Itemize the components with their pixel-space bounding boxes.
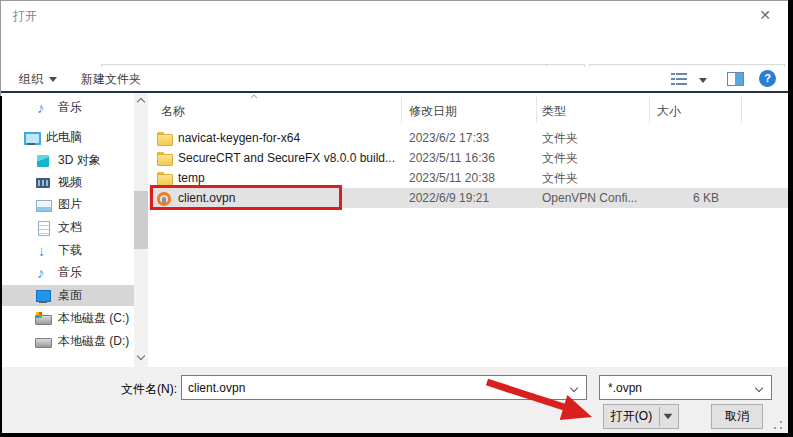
folder-icon <box>156 170 172 186</box>
scroll-down-icon[interactable] <box>137 352 145 360</box>
column-separator[interactable] <box>649 97 650 123</box>
title-bar: 打开 ✕ <box>1 1 788 29</box>
sidebar-item-disk-c[interactable]: 本地磁盘 (C:) <box>1 308 134 329</box>
file-type: 文件夹 <box>536 150 649 167</box>
sidebar-item-music[interactable]: 音乐 <box>1 97 134 118</box>
sidebar-item-label: 音乐 <box>58 99 82 116</box>
filename-combobox <box>181 375 587 400</box>
video-icon <box>35 175 51 191</box>
organize-dropdown-icon <box>49 77 57 82</box>
open-dropdown-icon[interactable] <box>664 414 673 420</box>
open-button[interactable]: 打开(O) <box>603 404 679 429</box>
command-bar: 组织 新建文件夹 ? <box>1 67 788 91</box>
sidebar-item-label: 本地磁盘 (C:) <box>58 310 129 327</box>
sidebar-item-label: 下载 <box>58 242 82 259</box>
dialog-footer: 文件名(N): *.ovpn 打开(O) 取消 <box>1 367 790 434</box>
sidebar-item-cube[interactable]: 3D 对象 <box>1 150 134 171</box>
folder-icon <box>156 130 172 146</box>
file-list: 名称 修改日期 类型 大小 navicat-keygen-for-x642023… <box>149 93 790 367</box>
download-icon <box>35 243 51 259</box>
document-icon <box>35 220 51 236</box>
folder-icon <box>156 150 172 166</box>
column-header-name[interactable]: 名称 <box>161 103 185 120</box>
file-name: SecureCRT and SecureFX v8.0.0 build... <box>178 151 395 165</box>
sidebar-item-label: 桌面 <box>58 287 82 304</box>
file-row[interactable]: SecureCRT and SecureFX v8.0.0 build...20… <box>149 148 790 168</box>
file-row[interactable]: navicat-keygen-for-x642023/6/2 17:33文件夹 <box>149 128 790 148</box>
sidebar-scrollbar[interactable] <box>134 93 148 367</box>
screenshot-edge <box>0 96 2 433</box>
sidebar-item-video[interactable]: 视频 <box>1 172 134 193</box>
filename-dropdown-icon[interactable] <box>570 384 578 392</box>
new-folder-label: 新建文件夹 <box>81 71 141 88</box>
screenshot-edge <box>788 0 793 437</box>
view-dropdown-icon[interactable] <box>699 78 707 83</box>
dialog-title: 打开 <box>13 8 37 25</box>
new-folder-button[interactable]: 新建文件夹 <box>81 71 141 88</box>
file-list-header: 名称 修改日期 类型 大小 <box>149 93 790 127</box>
filetype-filter-value: *.ovpn <box>608 381 642 395</box>
filename-input[interactable] <box>182 376 564 399</box>
disk-d-icon <box>35 334 51 350</box>
file-date: 2022/6/9 19:21 <box>401 191 536 205</box>
sidebar-item-label: 视频 <box>58 174 82 191</box>
sort-ascending-icon <box>251 95 258 102</box>
file-date: 2023/6/2 17:33 <box>401 131 536 145</box>
organize-label: 组织 <box>19 71 43 88</box>
column-separator[interactable] <box>536 97 537 123</box>
filter-dropdown-icon <box>755 384 763 392</box>
file-date: 2023/5/11 20:38 <box>401 171 536 185</box>
file-name: navicat-keygen-for-x64 <box>178 131 300 145</box>
sidebar-item-picture[interactable]: 图片 <box>1 194 134 215</box>
browser-body: 音乐此电脑3D 对象视频图片文档下载音乐桌面本地磁盘 (C:)本地磁盘 (D:)… <box>1 93 790 367</box>
file-date: 2023/5/11 16:36 <box>401 151 536 165</box>
navigation-bar: ← → ↑ 此电脑 桌面 ↻ 在 桌面 中搜索 <box>1 31 788 65</box>
sidebar-item-desktop[interactable]: 桌面 <box>1 285 134 306</box>
file-size: 6 KB <box>649 191 741 205</box>
pc-icon <box>23 130 39 146</box>
sidebar-item-document[interactable]: 文档 <box>1 217 134 238</box>
cancel-button[interactable]: 取消 <box>711 404 763 429</box>
close-icon[interactable]: ✕ <box>754 6 776 24</box>
scrollbar-thumb[interactable] <box>134 191 148 249</box>
cube-icon <box>37 155 49 167</box>
sidebar-item-disk-d[interactable]: 本地磁盘 (D:) <box>1 331 134 352</box>
music-icon <box>35 265 51 281</box>
open-button-divider <box>659 407 660 426</box>
picture-icon <box>35 197 51 213</box>
sidebar-item-pc[interactable]: 此电脑 <box>1 127 134 148</box>
organize-button[interactable]: 组织 <box>19 71 57 88</box>
preview-pane-icon[interactable] <box>727 72 744 86</box>
sidebar-item-label: 音乐 <box>58 264 82 281</box>
open-button-label[interactable]: 打开(O) <box>604 405 659 428</box>
scroll-up-icon[interactable] <box>137 98 145 106</box>
screenshot-stage: 打开 ✕ ← → ↑ 此电脑 桌面 ↻ 在 桌面 中搜索 <box>0 0 793 437</box>
resize-grip-icon[interactable] <box>774 421 782 429</box>
file-type: OpenVPN Confi... <box>536 191 649 205</box>
column-separator[interactable] <box>401 97 402 123</box>
help-icon[interactable]: ? <box>759 70 776 87</box>
file-type: 文件夹 <box>536 170 649 187</box>
sidebar-item-label: 3D 对象 <box>58 152 101 169</box>
sidebar-item-label: 文档 <box>58 219 82 236</box>
filetype-filter-dropdown[interactable]: *.ovpn <box>599 375 772 400</box>
screenshot-edge <box>0 433 793 437</box>
column-separator[interactable] <box>741 97 742 123</box>
filename-label: 文件名(N): <box>61 381 177 398</box>
desktop-icon <box>35 288 51 304</box>
file-name: temp <box>178 171 205 185</box>
column-header-date[interactable]: 修改日期 <box>409 103 457 120</box>
sidebar-item-label: 本地磁盘 (D:) <box>58 333 129 350</box>
music-icon <box>35 100 51 116</box>
sidebar-item-music[interactable]: 音乐 <box>1 262 134 283</box>
annotation-red-box <box>150 185 342 210</box>
view-details-icon[interactable] <box>671 73 687 86</box>
sidebar-item-download[interactable]: 下载 <box>1 240 134 261</box>
file-type: 文件夹 <box>536 130 649 147</box>
sidebar-list: 音乐此电脑3D 对象视频图片文档下载音乐桌面本地磁盘 (C:)本地磁盘 (D:) <box>1 93 134 367</box>
disk-c-icon <box>35 311 51 327</box>
column-header-size[interactable]: 大小 <box>657 103 681 120</box>
column-header-type[interactable]: 类型 <box>542 103 566 120</box>
open-file-dialog: 打开 ✕ ← → ↑ 此电脑 桌面 ↻ 在 桌面 中搜索 <box>0 0 789 433</box>
sidebar-item-label: 图片 <box>58 196 82 213</box>
